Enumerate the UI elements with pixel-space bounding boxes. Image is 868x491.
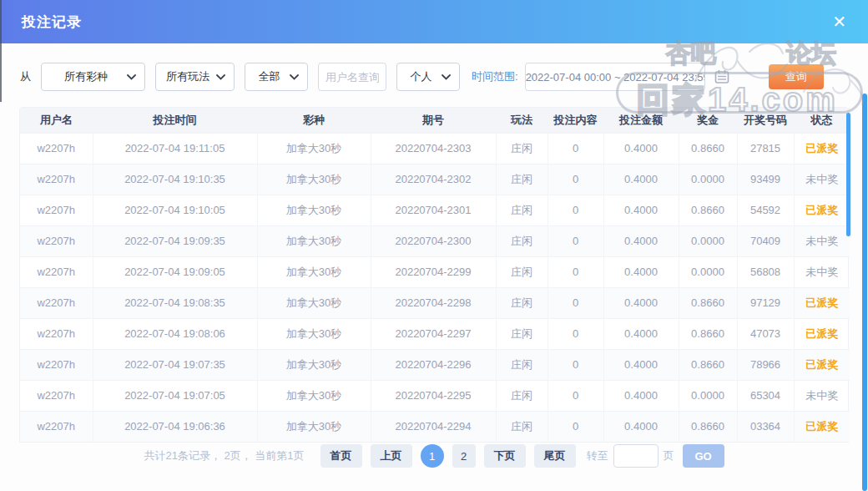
- cell-prize: 0.8660: [679, 195, 737, 225]
- lottery-type-select-value: 所有彩种: [50, 69, 122, 84]
- table-row: w2207h2022-07-04 19:07:35加拿大30秒20220704-…: [20, 349, 850, 380]
- cell-period: 20220704-2300: [371, 225, 496, 256]
- goto-label: 转至: [587, 448, 608, 463]
- window-edge: [0, 0, 2, 102]
- table-row: w2207h2022-07-04 19:11:05加拿大30秒20220704-…: [20, 133, 850, 164]
- cell-prize: 0.8660: [679, 318, 737, 349]
- cell-content: 0: [548, 287, 603, 318]
- page-scrollbar-thumb[interactable]: [862, 94, 867, 491]
- cell-username: w2207h: [20, 195, 93, 225]
- table-scrollbar-thumb[interactable]: [846, 113, 850, 236]
- cell-amount: 0.4000: [603, 380, 679, 411]
- search-button[interactable]: 查询: [769, 64, 824, 89]
- cell-amount: 0.4000: [603, 411, 679, 442]
- cell-username: w2207h: [20, 164, 93, 195]
- cell-prize: 0.0000: [679, 380, 737, 411]
- cell-lottery: 加拿大30秒: [257, 287, 371, 318]
- cell-lottery: 加拿大30秒: [257, 256, 371, 287]
- cell-time: 2022-07-04 19:09:05: [93, 256, 257, 287]
- cell-number: 97129: [737, 287, 794, 318]
- cell-amount: 0.4000: [603, 256, 679, 287]
- cell-status: 未中奖: [794, 380, 850, 411]
- cell-play: 庄闲: [496, 225, 548, 256]
- cell-content: 0: [548, 349, 603, 380]
- column-header: 玩法: [496, 108, 548, 133]
- cell-prize: 0.0000: [679, 256, 737, 287]
- cell-play: 庄闲: [496, 195, 548, 225]
- last-page-button[interactable]: 尾页: [534, 444, 576, 468]
- first-page-button[interactable]: 首页: [320, 444, 362, 468]
- close-icon[interactable]: ✕: [832, 13, 846, 30]
- table-row: w2207h2022-07-04 19:10:35加拿大30秒20220704-…: [20, 164, 850, 195]
- cell-prize: 0.8660: [679, 411, 737, 442]
- column-header: 用户名: [20, 108, 93, 133]
- calendar-icon[interactable]: [714, 68, 730, 85]
- scope-select[interactable]: 全部: [245, 63, 308, 91]
- cell-period: 20220704-2294: [371, 411, 496, 442]
- cell-play: 庄闲: [496, 411, 548, 442]
- go-button[interactable]: GO: [683, 444, 724, 468]
- table-row: w2207h2022-07-04 19:09:35加拿大30秒20220704-…: [20, 225, 850, 256]
- chevron-down-icon: [442, 74, 451, 80]
- cell-period: 20220704-2298: [371, 287, 496, 318]
- table-row: w2207h2022-07-04 19:09:05加拿大30秒20220704-…: [20, 256, 850, 287]
- cell-period: 20220704-2302: [371, 164, 496, 195]
- cell-status: 未中奖: [794, 225, 850, 256]
- cell-amount: 0.4000: [603, 287, 679, 318]
- time-range-label: 时间范围:: [472, 69, 518, 84]
- cell-play: 庄闲: [496, 287, 548, 318]
- cell-prize: 0.0000: [679, 225, 737, 256]
- cell-play: 庄闲: [496, 256, 548, 287]
- column-header: 奖金: [679, 108, 737, 133]
- cell-number: 03364: [737, 411, 794, 442]
- cell-amount: 0.4000: [603, 164, 679, 195]
- page-number-button[interactable]: 2: [452, 444, 476, 468]
- table-row: w2207h2022-07-04 19:06:36加拿大30秒20220704-…: [20, 411, 850, 442]
- cell-lottery: 加拿大30秒: [257, 225, 371, 256]
- cell-lottery: 加拿大30秒: [257, 349, 371, 380]
- cell-period: 20220704-2295: [371, 380, 496, 411]
- person-select[interactable]: 个人: [396, 63, 460, 91]
- scope-select-value: 全部: [254, 69, 285, 84]
- play-type-select[interactable]: 所有玩法: [155, 63, 235, 91]
- time-range-input[interactable]: [525, 63, 705, 91]
- cell-amount: 0.4000: [603, 195, 679, 225]
- cell-number: 54592: [737, 195, 794, 225]
- cell-time: 2022-07-04 19:09:35: [93, 225, 257, 256]
- lottery-type-select[interactable]: 所有彩种: [41, 63, 145, 91]
- cell-time: 2022-07-04 19:10:05: [93, 195, 257, 225]
- cell-play: 庄闲: [496, 318, 548, 349]
- cell-username: w2207h: [20, 318, 93, 349]
- cell-username: w2207h: [20, 256, 93, 287]
- goto-page-input[interactable]: [613, 444, 659, 468]
- cell-lottery: 加拿大30秒: [257, 195, 371, 225]
- column-header: 状态: [794, 108, 850, 133]
- cell-lottery: 加拿大30秒: [257, 411, 371, 442]
- cell-amount: 0.4000: [603, 225, 679, 256]
- cell-content: 0: [548, 411, 603, 442]
- cell-username: w2207h: [20, 287, 93, 318]
- column-header: 开奖号码: [737, 108, 794, 133]
- chevron-down-icon: [290, 74, 299, 80]
- cell-content: 0: [548, 164, 603, 195]
- cell-lottery: 加拿大30秒: [257, 164, 371, 195]
- page-number-button[interactable]: 1: [421, 444, 444, 468]
- pagination-bar: 共计21条记录， 2页， 当前第1页 首页 上页 12 下页 尾页 转至 页 G…: [0, 444, 868, 468]
- username-search-input[interactable]: [318, 63, 386, 91]
- cell-username: w2207h: [20, 225, 93, 256]
- table-row: w2207h2022-07-04 19:10:05加拿大30秒20220704-…: [20, 195, 850, 225]
- cell-period: 20220704-2301: [371, 195, 496, 225]
- cell-number: 56808: [737, 256, 794, 287]
- cell-time: 2022-07-04 19:08:06: [93, 318, 257, 349]
- next-page-button[interactable]: 下页: [484, 444, 526, 468]
- cell-status: 已派奖: [794, 287, 850, 318]
- cell-content: 0: [548, 133, 603, 164]
- prev-page-button[interactable]: 上页: [371, 444, 412, 468]
- cell-time: 2022-07-04 19:10:35: [93, 164, 257, 195]
- cell-number: 70409: [737, 225, 794, 256]
- cell-time: 2022-07-04 19:08:35: [93, 287, 257, 318]
- cell-content: 0: [548, 380, 603, 411]
- cell-content: 0: [548, 256, 603, 287]
- chevron-down-icon: [127, 74, 136, 80]
- column-header: 彩种: [257, 108, 371, 133]
